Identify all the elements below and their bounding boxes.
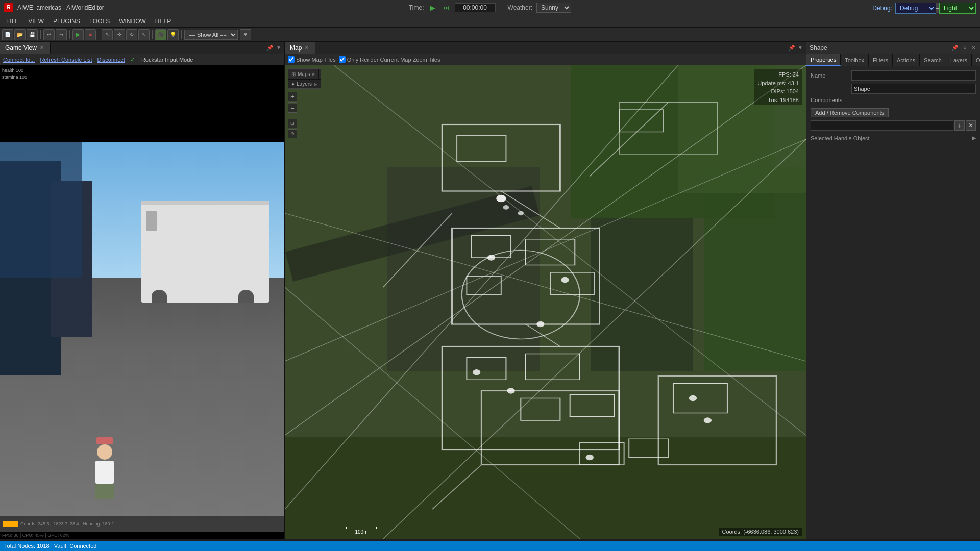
name-input[interactable] bbox=[851, 70, 976, 81]
handle-expand-icon[interactable]: ▶ bbox=[972, 135, 976, 141]
layers-dot-icon: ● bbox=[291, 81, 295, 87]
tb-rotate[interactable]: ↻ bbox=[126, 29, 137, 40]
tb-move[interactable]: ✛ bbox=[114, 29, 125, 40]
svg-point-21 bbox=[518, 211, 524, 216]
tb-redo[interactable]: ↪ bbox=[56, 29, 67, 40]
menu-help[interactable]: HELP bbox=[151, 17, 175, 26]
skip-button[interactable]: ⏭ bbox=[442, 3, 451, 12]
panel-collapse[interactable]: ▼ bbox=[275, 45, 282, 51]
menu-tools[interactable]: TOOLS bbox=[85, 17, 114, 26]
tb-light-obj[interactable]: 💡 bbox=[167, 29, 179, 40]
tb-open[interactable]: 📂 bbox=[14, 29, 26, 40]
game-hud-topleft: health 100 stamina 100 bbox=[2, 67, 27, 80]
selected-handle-row: Selected Handle Object ▶ bbox=[811, 135, 976, 141]
svg-rect-3 bbox=[481, 391, 619, 465]
game-bottom-bar: FPS: 30 | CPU: 45% | GPU: 62% bbox=[0, 532, 284, 539]
tb-camera[interactable]: 🎥 bbox=[155, 29, 166, 40]
menu-file[interactable]: FILE bbox=[2, 17, 23, 26]
tab-toolbox[interactable]: Toolbox bbox=[841, 54, 869, 66]
char-hat bbox=[96, 437, 113, 444]
tab-search[interactable]: Search bbox=[920, 54, 946, 66]
app-icon: R bbox=[4, 3, 13, 12]
game-bottom-text: FPS: 30 | CPU: 45% | GPU: 62% bbox=[2, 533, 69, 538]
tab-actions[interactable]: Actions bbox=[893, 54, 920, 66]
tab-filters[interactable]: Filters bbox=[869, 54, 893, 66]
game-view-close[interactable]: ✕ bbox=[39, 45, 45, 51]
tb-new[interactable]: 📄 bbox=[2, 29, 13, 40]
statusbar: Total Nodes: 1018 · Vault: Connected bbox=[0, 541, 980, 551]
panel-pin[interactable]: 📌 bbox=[266, 45, 274, 51]
light-mode-select[interactable]: Light Dark Custom bbox=[939, 3, 976, 14]
components-input-row: + ✕ bbox=[811, 120, 976, 131]
shape-panel-close[interactable]: ✕ bbox=[970, 45, 977, 51]
map-panel-collapse[interactable]: ▼ bbox=[797, 45, 804, 51]
name-label: Name bbox=[811, 72, 851, 79]
zoom-target-button[interactable]: ⊕ bbox=[288, 129, 297, 138]
tab-layers[interactable]: Layers bbox=[946, 54, 972, 66]
tab-options[interactable]: Options bbox=[972, 54, 980, 66]
map-zoom-controls: + − ⊡ ⊕ bbox=[288, 92, 297, 138]
minimap-maps-tab[interactable]: ⊞ Maps ▶ bbox=[288, 69, 319, 79]
shape-panel-expand[interactable]: « bbox=[962, 45, 968, 51]
show-map-tiles-checkbox[interactable]: Show Map Tiles bbox=[288, 56, 336, 63]
tb-sep3 bbox=[99, 30, 99, 39]
zoom-in-button[interactable]: + bbox=[288, 92, 297, 101]
tb-sep2 bbox=[69, 30, 70, 39]
only-render-input[interactable] bbox=[339, 56, 346, 63]
game-view-tab[interactable]: Game View ✕ bbox=[0, 42, 51, 54]
svg-rect-33 bbox=[550, 272, 595, 295]
debug-mode-select[interactable]: Debug Release bbox=[895, 3, 936, 14]
components-add-button[interactable]: + bbox=[954, 120, 965, 131]
main-content: Game View ✕ 📌 ▼ Connect to... Refresh Co… bbox=[0, 42, 980, 539]
svg-point-24 bbox=[536, 321, 544, 328]
map-panel-pin[interactable]: 📌 bbox=[788, 45, 796, 51]
menu-window[interactable]: WINDOW bbox=[115, 17, 150, 26]
maps-arrow-icon: ▶ bbox=[312, 71, 315, 77]
map-viewport[interactable]: ⊞ Maps ▶ ● Layers ▶ + − ⊡ ⊕ bbox=[285, 65, 806, 539]
game-viewport[interactable]: Debug Paused Coords: 245.3, -1823.7, 28.… bbox=[0, 142, 284, 532]
tb-cursor[interactable]: ↖ bbox=[102, 29, 113, 40]
play-button[interactable]: ▶ bbox=[428, 3, 437, 12]
tb-undo[interactable]: ↩ bbox=[43, 29, 55, 40]
svg-line-14 bbox=[285, 139, 806, 361]
map-tab-close[interactable]: ✕ bbox=[304, 45, 310, 51]
add-remove-components-button[interactable]: Add / Remove Components bbox=[811, 108, 889, 117]
tab-properties[interactable]: Properties bbox=[806, 54, 841, 66]
tb-save[interactable]: 💾 bbox=[27, 29, 38, 40]
console-bar: Connect to... Refresh Console List Disco… bbox=[0, 54, 284, 65]
zoom-spacer bbox=[288, 114, 297, 118]
tb-stop[interactable]: ■ bbox=[85, 29, 96, 40]
connect-to-link[interactable]: Connect to... bbox=[3, 57, 35, 63]
shape-row bbox=[811, 84, 976, 94]
game-view-tab-controls: 📌 ▼ bbox=[266, 42, 284, 54]
svg-point-29 bbox=[585, 455, 593, 461]
shape-panel-pin[interactable]: 📌 bbox=[950, 45, 960, 51]
map-overlay-svg bbox=[285, 65, 806, 539]
menu-view[interactable]: VIEW bbox=[24, 17, 48, 26]
map-coords: Coords: (-6636.086, 3000.623) bbox=[719, 528, 802, 536]
components-remove-button[interactable]: ✕ bbox=[966, 120, 976, 131]
zoom-out-button[interactable]: − bbox=[288, 104, 297, 113]
shape-value-input[interactable] bbox=[851, 84, 976, 94]
game-view-tab-label: Game View bbox=[5, 44, 37, 52]
tb-filter[interactable]: ▼ bbox=[240, 29, 251, 40]
disconnect-link[interactable]: Disconnect bbox=[97, 57, 125, 63]
components-search-input[interactable] bbox=[811, 120, 953, 131]
svg-point-20 bbox=[503, 205, 509, 210]
svg-point-19 bbox=[496, 195, 506, 203]
crane-structure bbox=[0, 142, 82, 278]
tb-sep4 bbox=[152, 30, 153, 39]
refresh-console-link[interactable]: Refresh Console List bbox=[40, 57, 92, 63]
zoom-fit-button[interactable]: ⊡ bbox=[288, 119, 297, 128]
tb-play[interactable]: ▶ bbox=[72, 29, 84, 40]
map-tab[interactable]: Map ✕ bbox=[285, 42, 315, 54]
statusbar-text: Total Nodes: 1018 · Vault: Connected bbox=[4, 543, 96, 549]
only-render-checkbox[interactable]: Only Render Current Map Zoom Tiles bbox=[339, 56, 440, 63]
time-label: Time: bbox=[409, 4, 424, 11]
weather-select[interactable]: Sunny Cloudy Rainy Foggy bbox=[536, 3, 571, 13]
show-all-select[interactable]: == Show All == bbox=[184, 30, 238, 40]
svg-line-10 bbox=[432, 465, 481, 509]
tb-scale[interactable]: ⤡ bbox=[138, 29, 150, 40]
menu-plugins[interactable]: PLUGINS bbox=[49, 17, 84, 26]
show-map-tiles-input[interactable] bbox=[288, 56, 295, 63]
